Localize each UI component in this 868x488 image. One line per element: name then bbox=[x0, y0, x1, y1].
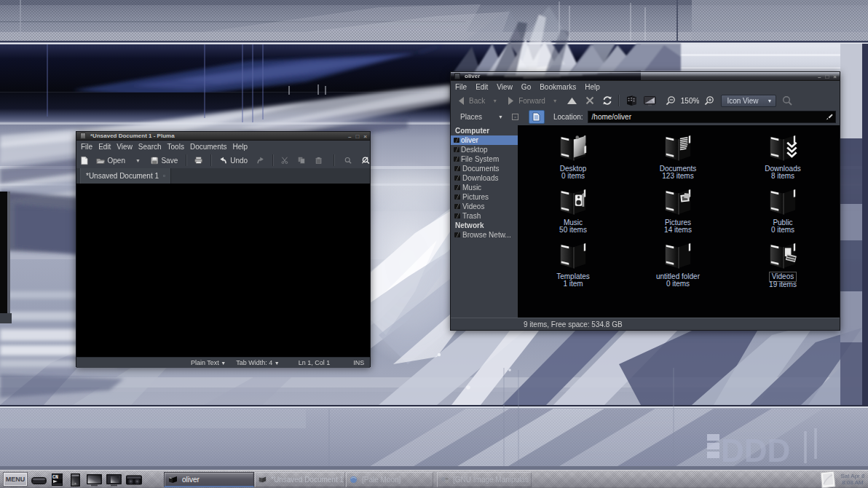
svg-text:CN: CN bbox=[52, 475, 58, 480]
svg-text:DDD: DDD bbox=[721, 433, 790, 468]
